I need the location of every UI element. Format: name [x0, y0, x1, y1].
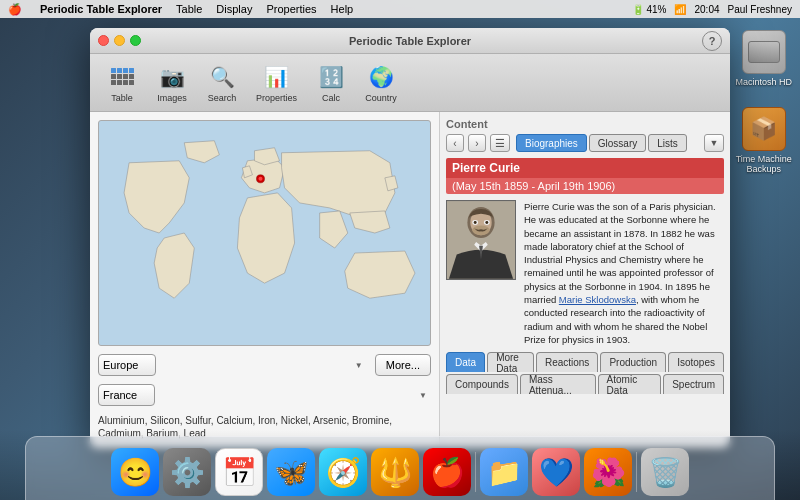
country-select-wrapper: France ▼ [98, 384, 431, 406]
search-label: Search [208, 93, 237, 103]
table-label: Table [111, 93, 133, 103]
region-select-wrapper: Europe ▼ [98, 354, 367, 376]
tab-glossary[interactable]: Glossary [589, 134, 646, 152]
toolbar-properties[interactable]: 📊 Properties [250, 59, 303, 107]
menu-help[interactable]: Help [331, 3, 354, 15]
traffic-lights [98, 35, 141, 46]
menu-table[interactable]: Table [176, 3, 202, 15]
dock-safari[interactable]: 🧭 [319, 448, 367, 496]
window-title: Periodic Table Explorer [349, 35, 471, 47]
dock-separator2 [636, 452, 637, 492]
desktop: 🍎 Periodic Table Explorer Table Display … [0, 0, 800, 500]
tab-data[interactable]: Data [446, 352, 485, 372]
tab-atomic-data[interactable]: Atomic Data [598, 374, 662, 394]
tab-production[interactable]: Production [600, 352, 666, 372]
svg-point-2 [258, 177, 262, 181]
svg-point-9 [474, 221, 477, 224]
close-button[interactable] [98, 35, 109, 46]
dock-app4[interactable]: 💙 [532, 448, 580, 496]
content-nav: ‹ › ☰ Biographies Glossary Lists ▼ [446, 134, 724, 152]
toolbar-calc[interactable]: 🔢 Calc [309, 59, 353, 107]
menubar-right: 🔋 41% 📶 20:04 Paul Freshney [632, 4, 792, 15]
tm-label: Time MachineBackups [736, 154, 792, 174]
tm-image: 📦 [742, 107, 786, 151]
menu-properties[interactable]: Properties [266, 3, 316, 15]
app-window: Periodic Table Explorer ? [90, 28, 730, 448]
search-icon: 🔍 [208, 63, 236, 91]
maximize-button[interactable] [130, 35, 141, 46]
battery-icon: 🔋 41% [632, 4, 667, 15]
tab-isotopes[interactable]: Isotopes [668, 352, 724, 372]
tab-mass-attenuation[interactable]: Mass Attenua... [520, 374, 596, 394]
macintosh-hd-icon[interactable]: Macintosh HD [735, 30, 792, 87]
nav-back-button[interactable]: ‹ [446, 134, 464, 152]
time-machine-icon[interactable]: 📦 Time MachineBackups [736, 107, 792, 174]
right-panel: Content ‹ › ☰ Biographies Glossary Lists… [440, 112, 730, 448]
calc-icon: 🔢 [317, 63, 345, 91]
dock-system-prefs[interactable]: ⚙️ [163, 448, 211, 496]
menu-display[interactable]: Display [216, 3, 252, 15]
toolbar: Table 📷 Images 🔍 Search 📊 Properties 🔢 C… [90, 54, 730, 112]
content-dropdown[interactable]: ▼ [704, 134, 724, 152]
marie-link[interactable]: Marie Sklodowska [559, 294, 636, 305]
hd-label: Macintosh HD [735, 77, 792, 87]
menubar: 🍎 Periodic Table Explorer Table Display … [0, 0, 800, 18]
about-button[interactable]: ? [702, 31, 722, 51]
properties-label: Properties [256, 93, 297, 103]
desktop-icons: Macintosh HD 📦 Time MachineBackups [735, 30, 792, 174]
dock-separator [475, 452, 476, 492]
tab-biographies[interactable]: Biographies [516, 134, 587, 152]
tab-reactions[interactable]: Reactions [536, 352, 598, 372]
images-label: Images [157, 93, 187, 103]
svg-point-10 [485, 221, 488, 224]
nav-forward-button[interactable]: › [468, 134, 486, 152]
toolbar-table[interactable]: Table [100, 59, 144, 107]
clock: 20:04 [694, 4, 719, 15]
dock-app1[interactable]: 🔱 [371, 448, 419, 496]
region-controls: Europe ▼ More... [98, 354, 431, 376]
toolbar-country[interactable]: 🌍 Country [359, 59, 403, 107]
region-select-arrow: ▼ [355, 361, 363, 370]
bio-content-area: Pierre Curie was the son of a Paris phys… [446, 200, 724, 346]
dock-trash[interactable]: 🗑️ [641, 448, 689, 496]
country-controls: France ▼ [98, 384, 431, 406]
properties-icon: 📊 [263, 63, 291, 91]
bio-text: Pierre Curie was the son of a Paris phys… [524, 200, 724, 346]
table-icon [108, 63, 136, 91]
region-select[interactable]: Europe [98, 354, 156, 376]
menubar-left: 🍎 Periodic Table Explorer Table Display … [8, 3, 353, 16]
tab-more-data[interactable]: More Data [487, 352, 534, 372]
wifi-icon: 📶 [674, 4, 686, 15]
nav-calendar-button[interactable]: ☰ [490, 134, 510, 152]
dock-app3[interactable]: 📁 [480, 448, 528, 496]
minimize-button[interactable] [114, 35, 125, 46]
world-map [98, 120, 431, 346]
dock-butterfly[interactable]: 🦋 [267, 448, 315, 496]
bio-dates: (May 15th 1859 - April 19th 1906) [446, 178, 724, 194]
bio-name: Pierre Curie [446, 158, 724, 178]
dock-app2[interactable]: 🍎 [423, 448, 471, 496]
toolbar-search[interactable]: 🔍 Search [200, 59, 244, 107]
dock-finder[interactable]: 😊 [111, 448, 159, 496]
more-button[interactable]: More... [375, 354, 431, 376]
tab-lists[interactable]: Lists [648, 134, 687, 152]
content-header: Content [446, 118, 724, 130]
dock: 😊 ⚙️ 📅 🦋 🧭 🔱 🍎 📁 💙 🌺 🗑️ [0, 430, 800, 500]
app-menu-name[interactable]: Periodic Table Explorer [40, 3, 162, 15]
country-label: Country [365, 93, 397, 103]
tab-spectrum[interactable]: Spectrum [663, 374, 724, 394]
hd-image [742, 30, 786, 74]
nav-tabs: Biographies Glossary Lists [516, 134, 687, 152]
apple-menu[interactable]: 🍎 [8, 3, 22, 16]
images-icon: 📷 [158, 63, 186, 91]
bio-photo [446, 200, 516, 280]
title-bar: Periodic Table Explorer ? [90, 28, 730, 54]
tab-compounds[interactable]: Compounds [446, 374, 518, 394]
dock-app5[interactable]: 🌺 [584, 448, 632, 496]
country-select[interactable]: France [98, 384, 155, 406]
left-panel: Europe ▼ More... France ▼ Aluminium, Sil… [90, 112, 440, 448]
toolbar-images[interactable]: 📷 Images [150, 59, 194, 107]
dock-calendar[interactable]: 📅 [215, 448, 263, 496]
bottom-tabs-row2: Compounds Mass Attenua... Atomic Data Sp… [446, 374, 724, 394]
country-select-arrow: ▼ [419, 391, 427, 400]
